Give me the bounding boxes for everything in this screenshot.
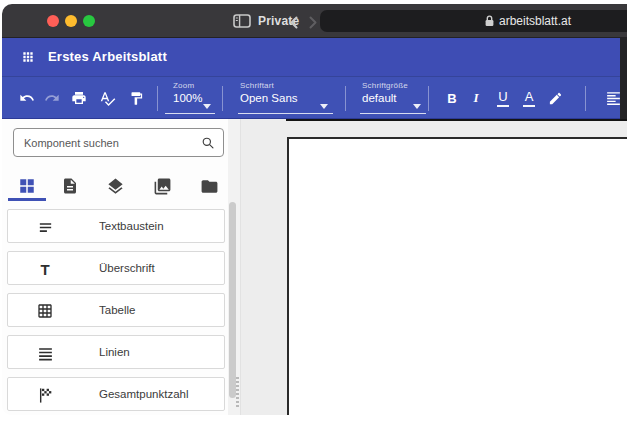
undo-icon <box>19 90 35 106</box>
font-select[interactable]: Schriftart Open Sans <box>240 81 320 104</box>
component-label: Tabelle <box>99 294 135 328</box>
format-paint-button[interactable] <box>123 85 149 111</box>
panel-scrollbar-thumb[interactable] <box>229 202 236 398</box>
grid-view-icon <box>18 177 36 195</box>
component-card-tabelle[interactable]: Tabelle <box>7 293 225 327</box>
sidebar-toggle-icon <box>233 14 251 28</box>
chevron-down-icon <box>203 104 211 109</box>
forward-button[interactable] <box>306 15 319 28</box>
font-value: Open Sans <box>240 92 320 104</box>
select-underline <box>165 113 215 114</box>
active-tab-indicator <box>8 198 46 201</box>
component-label: Textbaustein <box>99 210 164 244</box>
component-label: Gesamtpunktzahl <box>99 378 189 412</box>
browser-window: Private arbeitsblatt.at <box>2 4 627 415</box>
font-size-value: default <box>362 92 420 104</box>
toolbar-divider <box>428 86 429 111</box>
forward-icon <box>306 16 319 29</box>
component-label: Linien <box>99 336 130 370</box>
tab-documents[interactable] <box>58 174 82 198</box>
underline-button[interactable]: U <box>490 85 516 111</box>
zoom-select[interactable]: Zoom 100% <box>173 81 217 104</box>
url-text: arbeitsblatt.at <box>499 10 571 32</box>
tab-layers[interactable] <box>103 174 127 198</box>
chevron-down-icon <box>320 104 328 109</box>
apps-grid-icon[interactable] <box>21 50 35 64</box>
select-underline <box>238 113 333 114</box>
screenshot: Private arbeitsblatt.at <box>0 0 627 427</box>
layers-icon <box>106 177 125 196</box>
back-icon <box>288 16 301 29</box>
undo-button[interactable] <box>14 85 40 111</box>
document-icon <box>61 177 79 195</box>
edit-button[interactable] <box>542 85 568 111</box>
toolbar-divider <box>585 86 586 111</box>
underline-bar <box>497 105 509 107</box>
text-color-label: A <box>525 89 534 104</box>
search-icon <box>201 136 215 150</box>
font-size-select[interactable]: Schriftgröße default <box>362 81 420 104</box>
toolbar-divider <box>345 86 346 111</box>
component-card-textbaustein[interactable]: Textbaustein <box>7 209 225 243</box>
select-underline <box>360 113 426 114</box>
title-icon: T <box>36 260 54 278</box>
panel-gutter <box>228 119 240 415</box>
component-card-ueberschrift[interactable]: T Überschrift <box>7 251 225 285</box>
text-lines-icon <box>36 218 54 236</box>
component-card-gesamtpunktzahl[interactable]: Gesamtpunktzahl <box>7 377 225 411</box>
zoom-value: 100% <box>173 92 217 104</box>
table-icon <box>36 302 54 320</box>
tab-images[interactable] <box>150 174 174 198</box>
lines-icon <box>36 344 54 362</box>
redo-button[interactable] <box>39 85 65 111</box>
pencil-icon <box>548 91 563 106</box>
italic-label: I <box>473 90 478 106</box>
component-search-input[interactable] <box>14 129 223 156</box>
back-button[interactable] <box>288 15 301 28</box>
format-paint-icon <box>129 91 144 106</box>
app-header: Erstes Arbeitsblatt <box>2 38 627 76</box>
minimize-window-button[interactable] <box>65 15 77 27</box>
format-toolbar: Zoom 100% Schriftart Open Sans Schriftgr… <box>2 76 627 119</box>
document-page[interactable] <box>287 137 627 415</box>
tab-files[interactable] <box>197 174 221 198</box>
page-title: Erstes Arbeitsblatt <box>48 38 167 76</box>
zoom-window-button[interactable] <box>83 15 95 27</box>
window-dark-edge <box>620 38 627 119</box>
photo-library-icon <box>153 177 172 196</box>
font-label: Schriftart <box>240 81 320 90</box>
tab-components[interactable] <box>15 174 39 198</box>
bold-label: B <box>447 91 456 106</box>
text-color-bar <box>523 105 535 107</box>
text-color-button[interactable]: A <box>516 85 542 111</box>
toolbar-divider <box>157 86 158 111</box>
checkered-flag-icon <box>36 386 54 404</box>
component-label: Überschrift <box>99 252 155 286</box>
editor-canvas <box>240 119 627 415</box>
spellcheck-button[interactable] <box>94 85 120 111</box>
lock-icon <box>484 14 495 28</box>
spellcheck-icon <box>99 90 116 107</box>
url-bar[interactable] <box>320 10 627 32</box>
close-window-button[interactable] <box>47 15 59 27</box>
underline-label: U <box>498 89 507 104</box>
print-button[interactable] <box>66 85 92 111</box>
italic-button[interactable]: I <box>463 85 489 111</box>
sidebar-toggle-button[interactable] <box>233 14 251 28</box>
browser-titlebar: Private arbeitsblatt.at <box>2 4 627 38</box>
toolbar-divider <box>222 86 223 111</box>
bold-button[interactable]: B <box>439 85 465 111</box>
component-card-linien[interactable]: Linien <box>7 335 225 369</box>
align-left-icon <box>605 90 622 107</box>
font-size-label: Schriftgröße <box>362 81 420 90</box>
component-search-box <box>13 128 224 157</box>
canvas-top-border <box>286 119 627 121</box>
chevron-down-icon <box>413 104 421 109</box>
redo-icon <box>44 90 60 106</box>
zoom-label: Zoom <box>173 81 217 90</box>
folder-icon <box>200 177 219 196</box>
print-icon <box>71 90 87 106</box>
